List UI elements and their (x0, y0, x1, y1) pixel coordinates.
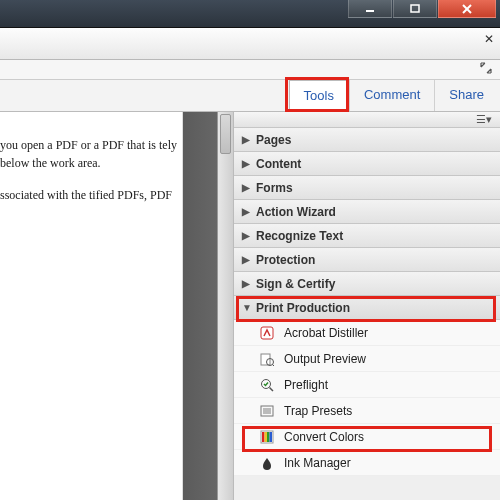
tab-tools[interactable]: Tools (289, 80, 349, 112)
convert-colors-icon (258, 429, 276, 445)
svg-rect-11 (263, 408, 271, 414)
print-production-items: Acrobat Distiller Output Preview Preflig… (234, 320, 500, 476)
svg-rect-1 (411, 5, 419, 12)
section-content[interactable]: ▶ Content (234, 152, 500, 176)
close-button[interactable] (438, 0, 496, 18)
chevron-right-icon: ▶ (242, 254, 254, 265)
section-label: Protection (256, 253, 315, 267)
section-label: Pages (256, 133, 291, 147)
section-label: Sign & Certify (256, 277, 335, 291)
section-recognize-text[interactable]: ▶ Recognize Text (234, 224, 500, 248)
tab-comment[interactable]: Comment (349, 80, 434, 111)
section-label: Action Wizard (256, 205, 336, 219)
section-print-production[interactable]: ▼ Print Production (234, 296, 500, 320)
section-label: Print Production (256, 301, 350, 315)
tools-panel: ☰▾ ▶ Pages ▶ Content ▶ Forms ▶ Action Wi… (233, 112, 500, 500)
document-text: ssociated with the tified PDFs, PDF (0, 186, 182, 204)
chevron-right-icon: ▶ (242, 206, 254, 217)
section-protection[interactable]: ▶ Protection (234, 248, 500, 272)
scrollbar[interactable] (217, 112, 233, 500)
item-label: Preflight (284, 378, 328, 392)
trap-presets-icon (258, 403, 276, 419)
item-label: Convert Colors (284, 430, 364, 444)
item-acrobat-distiller[interactable]: Acrobat Distiller (234, 320, 500, 346)
svg-rect-14 (265, 432, 268, 442)
panel-header: ☰▾ (234, 112, 500, 128)
item-label: Output Preview (284, 352, 366, 366)
ink-manager-icon (258, 455, 276, 471)
item-label: Ink Manager (284, 456, 351, 470)
distiller-icon (258, 325, 276, 341)
svg-rect-16 (270, 432, 273, 442)
output-preview-icon (258, 351, 276, 367)
sub-ribbon (0, 60, 500, 80)
tab-label: Comment (364, 87, 420, 102)
section-label: Forms (256, 181, 293, 195)
tab-label: Tools (304, 88, 334, 103)
tab-label: Share (449, 87, 484, 102)
svg-rect-5 (261, 354, 270, 365)
window-titlebar (0, 0, 500, 28)
item-label: Trap Presets (284, 404, 352, 418)
chevron-right-icon: ▶ (242, 182, 254, 193)
item-output-preview[interactable]: Output Preview (234, 346, 500, 372)
ribbon: ✕ (0, 28, 500, 60)
section-label: Content (256, 157, 301, 171)
item-convert-colors[interactable]: Convert Colors (234, 424, 500, 450)
preflight-icon (258, 377, 276, 393)
window-buttons (347, 0, 496, 18)
chevron-right-icon: ▶ (242, 230, 254, 241)
section-label: Recognize Text (256, 229, 343, 243)
document-text: you open a PDF or a PDF that is tely bel… (0, 136, 182, 172)
section-action-wizard[interactable]: ▶ Action Wizard (234, 200, 500, 224)
maximize-button[interactable] (393, 0, 437, 18)
svg-rect-13 (262, 432, 265, 442)
tabs-row: Tools Comment Share (0, 80, 500, 112)
item-ink-manager[interactable]: Ink Manager (234, 450, 500, 476)
svg-line-7 (273, 364, 275, 366)
document-gutter (183, 112, 233, 500)
item-label: Acrobat Distiller (284, 326, 368, 340)
chevron-right-icon: ▶ (242, 278, 254, 289)
minimize-button[interactable] (348, 0, 392, 18)
item-trap-presets[interactable]: Trap Presets (234, 398, 500, 424)
panel-menu-icon[interactable]: ☰▾ (476, 113, 492, 126)
document-view: you open a PDF or a PDF that is tely bel… (0, 112, 183, 500)
svg-rect-15 (267, 432, 270, 442)
scrollbar-thumb[interactable] (220, 114, 231, 154)
item-preflight[interactable]: Preflight (234, 372, 500, 398)
section-forms[interactable]: ▶ Forms (234, 176, 500, 200)
tab-share[interactable]: Share (434, 80, 498, 111)
section-sign-certify[interactable]: ▶ Sign & Certify (234, 272, 500, 296)
chevron-down-icon: ▼ (242, 302, 254, 313)
chevron-right-icon: ▶ (242, 134, 254, 145)
section-pages[interactable]: ▶ Pages (234, 128, 500, 152)
chevron-right-icon: ▶ (242, 158, 254, 169)
expand-icon[interactable] (480, 62, 492, 77)
ribbon-close-icon[interactable]: ✕ (484, 32, 494, 46)
svg-line-9 (270, 387, 274, 391)
